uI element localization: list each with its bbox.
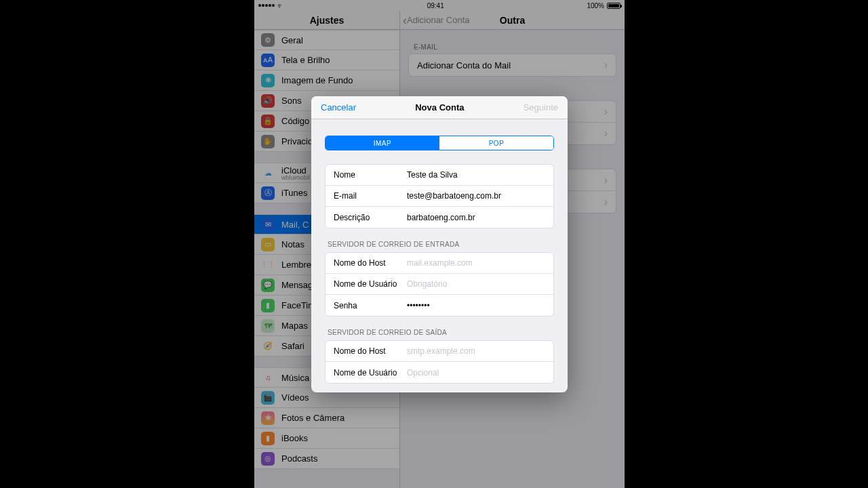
- field-label: Nome do Host: [334, 258, 401, 268]
- field-label: Nome: [334, 170, 401, 180]
- field-value[interactable]: Obrigatório: [407, 279, 447, 289]
- protocol-segmented-control[interactable]: IMAP POP: [325, 136, 554, 150]
- field-value[interactable]: mail.example.com: [407, 258, 473, 268]
- outgoing-server-header: SERVIDOR DE CORREIO DE SAÍDA: [325, 326, 554, 340]
- incoming-row-1[interactable]: Nome de UsuárioObrigatório: [326, 274, 553, 295]
- next-button[interactable]: Seguinte: [524, 102, 558, 113]
- field-value[interactable]: Teste da Silva: [407, 170, 458, 180]
- field-label: Nome do Host: [334, 346, 401, 356]
- outgoing-row-0[interactable]: Nome do Hostsmtp.example.com: [326, 341, 553, 362]
- field-value[interactable]: barbatoeng.com.br: [407, 213, 475, 222]
- field-value[interactable]: smtp.example.com: [407, 346, 475, 356]
- field-label: Senha: [334, 301, 401, 310]
- modal-header: Cancelar Nova Conta Seguinte: [311, 96, 568, 119]
- field-value[interactable]: ••••••••: [407, 301, 430, 310]
- outgoing-row-1[interactable]: Nome de UsuárioOpcional: [326, 362, 553, 383]
- new-account-modal: Cancelar Nova Conta Seguinte IMAP POP No…: [311, 96, 568, 392]
- modal-title: Nova Conta: [415, 102, 464, 113]
- modal-container: Cancelar Nova Conta Seguinte IMAP POP No…: [254, 0, 625, 488]
- cancel-button[interactable]: Cancelar: [321, 102, 356, 113]
- seg-pop[interactable]: POP: [439, 136, 553, 150]
- field-value[interactable]: Opcional: [407, 368, 439, 378]
- account-row-2[interactable]: Descriçãobarbatoeng.com.br: [326, 207, 553, 228]
- incoming-row-2[interactable]: Senha••••••••: [326, 295, 553, 316]
- field-label: Nome de Usuário: [334, 279, 401, 289]
- seg-imap[interactable]: IMAP: [326, 136, 439, 150]
- incoming-server-header: SERVIDOR DE CORREIO DE ENTRADA: [325, 238, 554, 252]
- field-label: Descrição: [334, 213, 401, 222]
- account-row-0[interactable]: NomeTeste da Silva: [326, 165, 553, 186]
- account-row-1[interactable]: E-mailteste@barbatoeng.com.br: [326, 186, 553, 207]
- incoming-row-0[interactable]: Nome do Hostmail.example.com: [326, 253, 553, 274]
- field-label: Nome de Usuário: [334, 368, 401, 378]
- field-label: E-mail: [334, 191, 401, 201]
- field-value[interactable]: teste@barbatoeng.com.br: [407, 191, 501, 201]
- ipad-screen: ᯤ 09:41 100% Ajustes ‹ Adicionar Conta O…: [254, 0, 625, 488]
